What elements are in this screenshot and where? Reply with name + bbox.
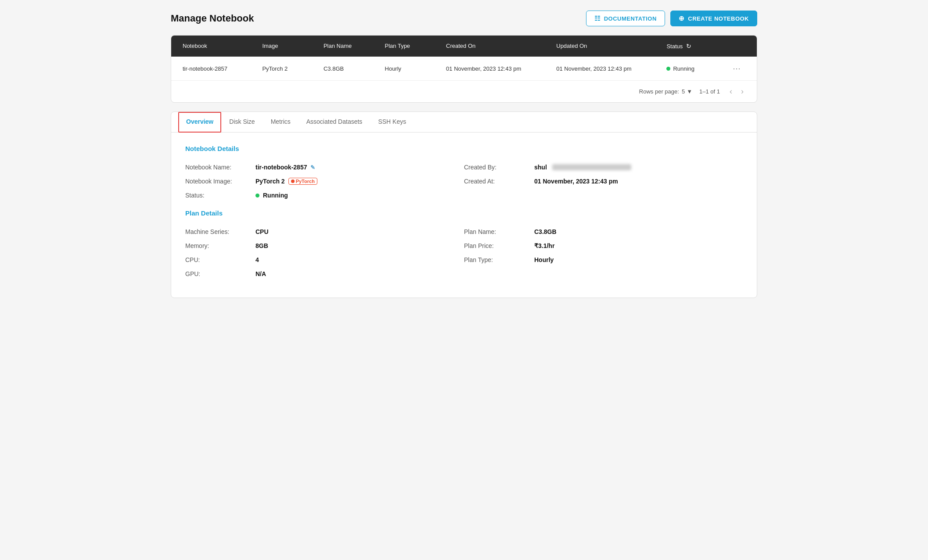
tab-metrics[interactable]: Metrics xyxy=(263,112,299,133)
chevron-down-icon: ▼ xyxy=(687,88,692,95)
cell-status: Running xyxy=(662,58,723,79)
plan-price-label: Plan Price: xyxy=(464,242,534,249)
gpu-label: GPU: xyxy=(185,270,255,277)
rows-per-page: Rows per page: 5 ▼ xyxy=(639,88,692,95)
refresh-icon[interactable]: ↻ xyxy=(686,43,691,50)
cpu-value: 4 xyxy=(255,256,259,263)
created-at-value: 01 November, 2023 12:43 pm xyxy=(534,178,618,185)
col-plan-name: Plan Name xyxy=(319,36,381,57)
created-at-row: Created At: 01 November, 2023 12:43 pm xyxy=(464,174,743,188)
machine-series-row: Machine Series: CPU xyxy=(185,225,464,239)
created-at-label: Created At: xyxy=(464,178,534,185)
plan-price-value: ₹3.1/hr xyxy=(534,242,554,249)
tab-overview[interactable]: Overview xyxy=(178,112,221,133)
page-info: 1–1 of 1 xyxy=(699,88,720,95)
plan-details-right: Plan Name: C3.8GB Plan Price: ₹3.1/hr Pl… xyxy=(464,225,743,281)
notebook-details-title: Notebook Details xyxy=(185,145,743,152)
documentation-button[interactable]: ☷ DOCUMENTATION xyxy=(586,11,665,26)
pytorch-logo: PyTorch xyxy=(288,178,317,185)
machine-series-label: Machine Series: xyxy=(185,228,255,235)
col-notebook: Notebook xyxy=(178,36,258,57)
status-indicator xyxy=(255,194,259,197)
rows-per-page-select[interactable]: 5 ▼ xyxy=(682,88,692,95)
plan-type-label: Plan Type: xyxy=(464,256,534,263)
created-by-row: Created By: shul xyxy=(464,160,743,174)
col-created-on: Created On xyxy=(442,36,552,57)
status-text: Running xyxy=(673,65,694,72)
plus-circle-icon: ⊕ xyxy=(679,14,685,22)
pagination-row: Rows per page: 5 ▼ 1–1 of 1 ‹ › xyxy=(171,81,757,102)
notebook-table-card: Notebook Image Plan Name Plan Type Creat… xyxy=(171,35,757,103)
status-value: Running xyxy=(255,192,288,199)
row-more-button[interactable]: ⋯ xyxy=(723,57,750,80)
overview-panel: Notebook Details Notebook Name: tir-note… xyxy=(171,133,757,298)
cell-notebook: tir-notebook-2857 xyxy=(178,58,258,79)
pytorch-dot xyxy=(291,179,295,183)
tabs-bar: Overview Disk Size Metrics Associated Da… xyxy=(171,112,757,133)
status-row: Status: Running xyxy=(185,188,464,202)
gpu-row: GPU: N/A xyxy=(185,267,464,281)
page-header: Manage Notebook ☷ DOCUMENTATION ⊕ CREATE… xyxy=(171,11,757,26)
created-by-value: shul xyxy=(534,164,631,171)
page-navigation: ‹ › xyxy=(727,86,746,97)
notebook-details-right: Created By: shul Created At: 01 November… xyxy=(464,160,743,202)
tab-associated-datasets[interactable]: Associated Datasets xyxy=(299,112,370,133)
plan-type-value: Hourly xyxy=(534,256,554,263)
page-title: Manage Notebook xyxy=(171,13,254,24)
edit-notebook-name-icon[interactable]: ✎ xyxy=(310,164,315,171)
create-notebook-button[interactable]: ⊕ CREATE NOTEBOOK xyxy=(670,11,757,26)
col-updated-on: Updated On xyxy=(552,36,662,57)
memory-value: 8GB xyxy=(255,242,268,249)
cpu-label: CPU: xyxy=(185,256,255,263)
plan-details-title: Plan Details xyxy=(185,209,743,217)
created-by-redacted xyxy=(552,164,631,170)
cpu-row: CPU: 4 xyxy=(185,253,464,267)
plan-name-row: Plan Name: C3.8GB xyxy=(464,225,743,239)
rows-per-page-label: Rows per page: xyxy=(639,88,679,95)
status-dot xyxy=(666,67,670,71)
col-status: Status ↻ xyxy=(662,36,723,57)
tabs-card: Overview Disk Size Metrics Associated Da… xyxy=(171,111,757,298)
table-header: Notebook Image Plan Name Plan Type Creat… xyxy=(171,36,757,57)
plan-type-row: Plan Type: Hourly xyxy=(464,253,743,267)
notebook-name-row: Notebook Name: tir-notebook-2857 ✎ xyxy=(185,160,464,174)
plan-details-left: Machine Series: CPU Memory: 8GB CPU: 4 xyxy=(185,225,464,281)
cell-created-on: 01 November, 2023 12:43 pm xyxy=(442,58,552,79)
cell-image: PyTorch 2 xyxy=(258,58,319,79)
cell-plan-name: C3.8GB xyxy=(319,58,381,79)
cell-updated-on: 01 November, 2023 12:43 pm xyxy=(552,58,662,79)
plan-details-grid: Machine Series: CPU Memory: 8GB CPU: 4 xyxy=(185,225,743,281)
prev-page-button[interactable]: ‹ xyxy=(727,86,735,97)
table-row: tir-notebook-2857 PyTorch 2 C3.8GB Hourl… xyxy=(171,57,757,81)
plan-name-value: C3.8GB xyxy=(534,228,557,235)
status-label: Status: xyxy=(185,192,255,199)
plan-price-row: Plan Price: ₹3.1/hr xyxy=(464,239,743,253)
memory-label: Memory: xyxy=(185,242,255,249)
gpu-value: N/A xyxy=(255,270,266,277)
tab-ssh-keys[interactable]: SSH Keys xyxy=(370,112,414,133)
machine-series-value: CPU xyxy=(255,228,269,235)
rows-per-page-value: 5 xyxy=(682,88,685,95)
notebook-name-label: Notebook Name: xyxy=(185,164,255,171)
notebook-name-value: tir-notebook-2857 ✎ xyxy=(255,164,315,171)
cell-plan-type: Hourly xyxy=(381,58,442,79)
notebook-image-value: PyTorch 2 PyTorch xyxy=(255,178,317,185)
notebook-details-grid: Notebook Name: tir-notebook-2857 ✎ Noteb… xyxy=(185,160,743,202)
tab-disk-size[interactable]: Disk Size xyxy=(221,112,263,133)
header-actions: ☷ DOCUMENTATION ⊕ CREATE NOTEBOOK xyxy=(586,11,757,26)
next-page-button[interactable]: › xyxy=(738,86,746,97)
col-actions xyxy=(723,36,750,57)
docs-icon: ☷ xyxy=(594,14,601,22)
status-badge: Running xyxy=(666,65,719,72)
notebook-details-left: Notebook Name: tir-notebook-2857 ✎ Noteb… xyxy=(185,160,464,202)
created-by-label: Created By: xyxy=(464,164,534,171)
plan-name-label: Plan Name: xyxy=(464,228,534,235)
col-plan-type: Plan Type xyxy=(381,36,442,57)
notebook-image-row: Notebook Image: PyTorch 2 PyTorch xyxy=(185,174,464,188)
notebook-image-label: Notebook Image: xyxy=(185,178,255,185)
memory-row: Memory: 8GB xyxy=(185,239,464,253)
col-image: Image xyxy=(258,36,319,57)
